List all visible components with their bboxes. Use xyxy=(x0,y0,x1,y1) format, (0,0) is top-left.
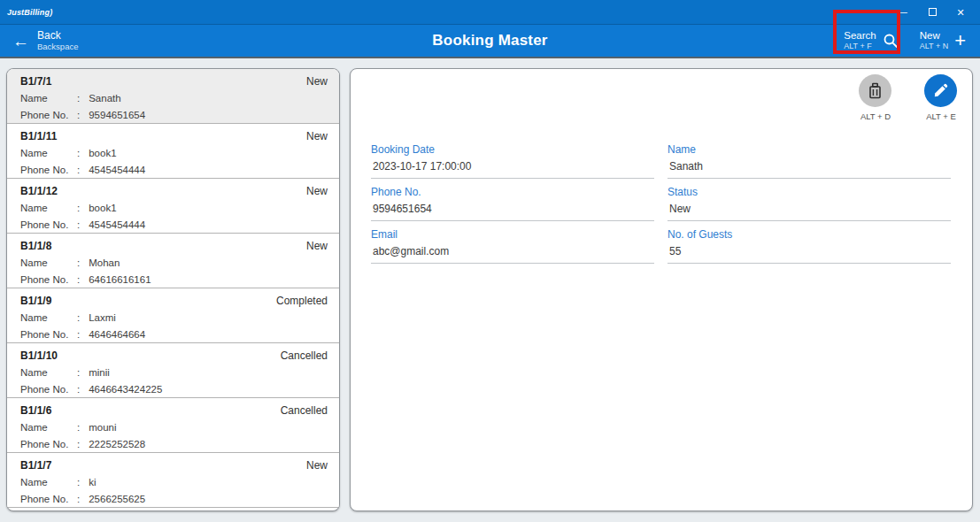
status-field-value[interactable]: New xyxy=(667,202,951,221)
booking-phone: 4646464664 xyxy=(89,329,145,340)
booking-name: book1 xyxy=(89,148,116,158)
phone-label: Phone No. xyxy=(20,107,77,123)
name-label: Name xyxy=(20,200,77,216)
booking-date-label: Booking Date xyxy=(371,143,654,157)
search-shortcut: ALT + F xyxy=(844,42,871,51)
phone-field-value[interactable]: 9594651654 xyxy=(371,202,654,221)
email-field-label: Email xyxy=(371,228,654,242)
colon: : xyxy=(77,436,80,452)
colon: : xyxy=(77,365,80,380)
name-field-value[interactable]: Sanath xyxy=(667,159,951,179)
status-badge: New xyxy=(306,74,328,89)
colon: : xyxy=(77,217,80,233)
colon: : xyxy=(77,162,80,178)
pencil-icon xyxy=(933,83,948,98)
booking-phone: 9594651654 xyxy=(89,110,145,120)
booking-list-item[interactable]: B1/1/9Completed Name:Laxmi Phone No.:464… xyxy=(7,288,339,343)
status-badge: New xyxy=(306,184,328,199)
app-logo: JustBilling) xyxy=(7,8,52,17)
window-controls: ─ ✕ xyxy=(895,4,969,20)
booking-list-item[interactable]: B1/1/7New Name:ki Phone No.:2566255625 xyxy=(7,453,339,508)
booking-list-item[interactable]: B1/7/1New Name:Sanath Phone No.:95946516… xyxy=(7,69,339,124)
back-shortcut: Backspace xyxy=(37,42,78,51)
phone-label: Phone No. xyxy=(20,162,77,178)
back-label: Back xyxy=(37,30,78,42)
new-button[interactable]: New ALT + N + xyxy=(920,30,966,51)
maximize-button[interactable] xyxy=(923,4,941,20)
phone-field-label: Phone No. xyxy=(371,186,654,199)
name-label: Name xyxy=(20,310,77,326)
booking-name: mouni xyxy=(89,422,116,433)
titlebar: JustBilling) ─ ✕ xyxy=(0,0,980,25)
new-texts: New ALT + N xyxy=(920,30,948,51)
colon: : xyxy=(77,381,80,397)
booking-id: B1/1/6 xyxy=(20,403,51,418)
colon: : xyxy=(77,272,80,288)
phone-label: Phone No. xyxy=(20,436,77,452)
booking-name: minii xyxy=(89,367,110,378)
search-icon xyxy=(883,33,899,49)
phone-label: Phone No. xyxy=(20,217,77,233)
back-button[interactable]: ← Back Backspace xyxy=(0,30,78,52)
colon: : xyxy=(77,310,80,326)
guests-field-value[interactable]: 55 xyxy=(667,244,951,264)
guests-field-label: No. of Guests xyxy=(667,228,951,242)
new-label: New xyxy=(920,30,940,42)
booking-list-item[interactable]: B1/1/10Cancelled Name:minii Phone No.:46… xyxy=(7,343,339,398)
booking-list-item[interactable]: B1/1/12New Name:book1 Phone No.:45454544… xyxy=(7,179,339,234)
page-title: Booking Master xyxy=(0,32,980,50)
booking-detail: ALT + D ALT + E Booking Date 2023-10-17 … xyxy=(350,68,973,511)
colon: : xyxy=(77,419,80,435)
status-badge: New xyxy=(306,239,328,254)
booking-list-item[interactable]: B1/1/11New Name:book1 Phone No.:45454544… xyxy=(7,124,339,179)
delete-button[interactable] xyxy=(859,74,891,107)
name-label: Name xyxy=(20,365,77,380)
booking-id: B1/7/1 xyxy=(20,74,51,89)
field-email: Email abc@gmail.com xyxy=(371,228,654,264)
booking-date-value[interactable]: 2023-10-17 17:00:00 xyxy=(371,159,654,179)
minimize-button[interactable]: ─ xyxy=(895,4,913,20)
phone-label: Phone No. xyxy=(20,326,77,342)
booking-id: B1/1/8 xyxy=(20,239,51,254)
colon: : xyxy=(77,326,80,342)
commandbar-right: Search ALT + F New ALT + N + xyxy=(844,30,980,51)
colon: : xyxy=(77,200,80,216)
booking-list-item[interactable]: B1/1/6Cancelled Name:mouni Phone No.:222… xyxy=(7,398,339,453)
field-status: Status New xyxy=(667,186,951,221)
search-button[interactable]: Search ALT + F xyxy=(844,30,898,51)
search-texts: Search ALT + F xyxy=(844,30,876,51)
field-guests: No. of Guests 55 xyxy=(667,228,951,264)
field-name: Name Sanath xyxy=(667,143,951,179)
booking-id: B1/1/12 xyxy=(20,184,58,199)
booking-name: book1 xyxy=(89,203,116,213)
field-booking-date: Booking Date 2023-10-17 17:00:00 xyxy=(371,143,654,179)
booking-phone: 4545454444 xyxy=(89,165,145,175)
booking-list-item[interactable]: B1/1/8New Name:Mohan Phone No.:646166161… xyxy=(7,234,339,288)
close-button[interactable]: ✕ xyxy=(952,4,969,20)
phone-label: Phone No. xyxy=(20,491,77,507)
booking-id: B1/1/11 xyxy=(20,129,57,144)
field-phone: Phone No. 9594651654 xyxy=(371,186,654,221)
colon: : xyxy=(77,491,80,507)
name-label: Name xyxy=(20,255,77,271)
booking-phone: 4545454444 xyxy=(89,219,145,230)
colon: : xyxy=(77,474,80,490)
booking-phone: 2225252528 xyxy=(89,439,145,449)
colon: : xyxy=(77,107,80,123)
booking-phone: 2566255625 xyxy=(89,494,145,504)
status-badge: Completed xyxy=(276,294,328,309)
edit-button[interactable] xyxy=(924,74,957,107)
status-field-label: Status xyxy=(667,186,951,199)
booking-list: B1/7/1New Name:Sanath Phone No.:95946516… xyxy=(6,68,340,511)
delete-shortcut: ALT + D xyxy=(849,111,902,121)
booking-phone: 4646643424225 xyxy=(89,384,162,395)
colon: : xyxy=(77,90,80,106)
booking-id: B1/1/7 xyxy=(20,458,51,473)
email-field-value[interactable]: abc@gmail.com xyxy=(371,244,654,264)
command-bar: ← Back Backspace Booking Master Search A… xyxy=(0,25,980,58)
booking-name: Sanath xyxy=(89,93,120,104)
name-label: Name xyxy=(20,474,77,490)
plus-icon: + xyxy=(954,33,966,49)
phone-label: Phone No. xyxy=(20,381,77,397)
booking-name: Laxmi xyxy=(89,312,116,323)
